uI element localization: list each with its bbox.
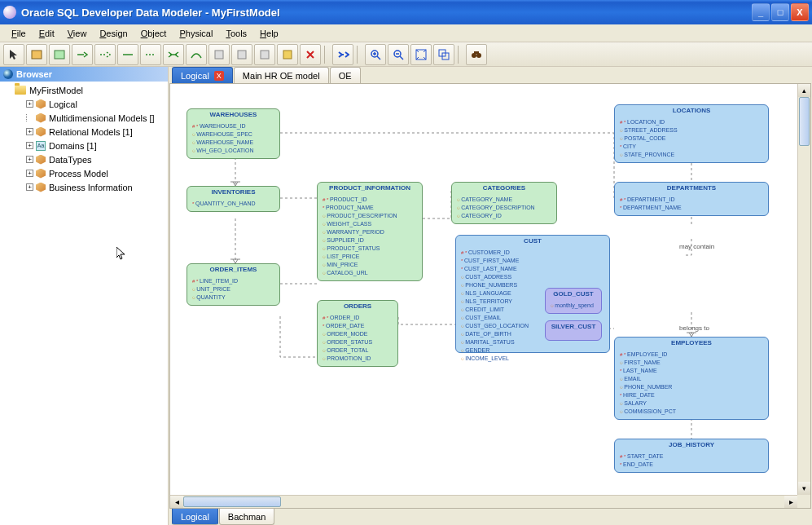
folder-icon xyxy=(15,86,26,95)
entity-attribute: PRODUCT_STATUS xyxy=(323,245,417,253)
menu-file[interactable]: File xyxy=(5,27,33,40)
entity-order-items[interactable]: ORDER_ITEMSLINE_ITEM_IDUNIT_PRICEQUANTIT… xyxy=(187,263,280,306)
entity-tool[interactable] xyxy=(26,44,47,65)
minimize-button[interactable]: _ xyxy=(752,3,770,21)
scroll-up-icon[interactable]: ▴ xyxy=(798,84,810,97)
entity-product-info[interactable]: PRODUCT_INFORMATIONPRODUCT_IDPRODUCT_NAM… xyxy=(317,182,423,281)
menu-edit[interactable]: Edit xyxy=(33,27,61,40)
close-window-button[interactable]: X xyxy=(791,3,809,21)
type-tool-1[interactable] xyxy=(208,44,230,65)
browser-sidebar: Browser MyFirstModel +Logical Multidimen… xyxy=(0,67,169,525)
entity-attribute: STATE_PROVINCE xyxy=(620,151,763,159)
entity-attribute: DEPARTMENT_NAME xyxy=(620,204,763,212)
entity-title: GOLD_CUST xyxy=(546,289,601,300)
svg-rect-5 xyxy=(283,51,292,59)
menu-physical[interactable]: Physical xyxy=(173,27,219,40)
toolbar-separator xyxy=(458,46,463,64)
expand-icon[interactable]: + xyxy=(26,183,33,191)
search-button[interactable] xyxy=(466,44,487,65)
expand-icon[interactable]: + xyxy=(26,170,33,177)
menu-object[interactable]: Object xyxy=(134,27,173,40)
fit-screen-button[interactable] xyxy=(410,44,432,65)
tree-node-multidim[interactable]: Multidimensional Models [] xyxy=(2,111,166,125)
entity-locations[interactable]: LOCATIONSLOCATION_IDSTREET_ADDRESSPOSTAL… xyxy=(614,104,769,163)
zoom-in-button[interactable] xyxy=(365,44,386,65)
expand-icon[interactable]: + xyxy=(26,156,33,163)
rel-m-n[interactable] xyxy=(163,44,184,65)
tab-notation-logical[interactable]: Logical xyxy=(172,509,218,525)
engineer-button[interactable] xyxy=(332,44,353,65)
tree-node-datatypes[interactable]: +DataTypes xyxy=(2,152,166,166)
menu-view[interactable]: View xyxy=(61,27,94,40)
entity-categories[interactable]: CATEGORIESCATEGORY_NAMECATEGORY_DESCRIPT… xyxy=(451,182,557,224)
expand-icon[interactable]: + xyxy=(26,128,33,135)
entity-attribute: QUANTITY_ON_HAND xyxy=(192,200,274,208)
titlebar[interactable]: Oracle SQL Developer Data Modeler - MyFi… xyxy=(0,0,812,24)
tab-label: Main HR OE model xyxy=(243,71,320,81)
close-tab-icon[interactable]: X xyxy=(214,71,224,81)
entity-attribute: DEPARTMENT_ID xyxy=(620,196,763,204)
rel-1-1[interactable] xyxy=(140,44,161,65)
cube-icon xyxy=(36,169,46,179)
entity-attribute: CATEGORY_NAME xyxy=(457,196,551,204)
menu-tools[interactable]: Tools xyxy=(219,27,253,40)
vertical-scrollbar[interactable]: ▴▾ xyxy=(797,84,810,495)
scroll-thumb[interactable] xyxy=(183,496,281,507)
tree-node-logical[interactable]: +Logical xyxy=(2,97,166,111)
entity-job-history[interactable]: JOB_HISTORYSTART_DATEEND_DATE xyxy=(614,439,769,473)
default-size-button[interactable] xyxy=(433,44,454,65)
notation-tabs: Logical Bachman xyxy=(169,509,812,525)
view-tool[interactable] xyxy=(49,44,70,65)
entity-attribute: SUPPLIER_ID xyxy=(323,236,417,245)
tree-label: Multidimensional Models [] xyxy=(49,113,155,123)
note-tool[interactable] xyxy=(277,44,298,65)
entity-warehouses[interactable]: WAREHOUSESWAREHOUSE_IDWAREHOUSE_SPECWARE… xyxy=(187,108,280,159)
arc-tool[interactable] xyxy=(186,44,207,65)
rel-1-n[interactable] xyxy=(94,44,116,65)
entity-orders[interactable]: ORDERSORDER_IDORDER_DATEORDER_MODEORDER_… xyxy=(317,300,398,367)
rel-1-n-id[interactable] xyxy=(72,44,93,65)
scroll-thumb[interactable] xyxy=(799,97,810,146)
entity-attribute: PHONE_NUMBER xyxy=(620,383,763,391)
horizontal-scrollbar[interactable]: ◂▸ xyxy=(170,495,797,508)
rel-1-1-id[interactable] xyxy=(117,44,138,65)
type-tool-2[interactable] xyxy=(231,44,252,65)
tab-notation-bachman[interactable]: Bachman xyxy=(219,509,274,525)
menu-help[interactable]: Help xyxy=(253,27,285,40)
tab-logical[interactable]: LogicalX xyxy=(172,67,233,83)
entity-employees[interactable]: EMPLOYEESEMPLOYEE_IDFIRST_NAMELAST_NAMEE… xyxy=(614,337,769,420)
select-tool[interactable] xyxy=(3,44,24,65)
tree-node-process[interactable]: +Process Model xyxy=(2,166,166,180)
entity-attribute: CATEGORY_DESCRIPTION xyxy=(457,204,551,212)
diagram-canvas[interactable]: WAREHOUSESWAREHOUSE_IDWAREHOUSE_SPECWARE… xyxy=(170,84,797,495)
browser-tree[interactable]: MyFirstModel +Logical Multidimensional M… xyxy=(0,82,168,196)
cube-icon xyxy=(36,183,46,192)
type-tool-3[interactable] xyxy=(254,44,275,65)
tree-node-business[interactable]: +Business Information xyxy=(2,180,166,194)
entity-title: WAREHOUSES xyxy=(187,109,279,121)
tab-oe[interactable]: OE xyxy=(330,67,361,83)
scroll-right-icon[interactable]: ▸ xyxy=(784,496,797,508)
entity-departments[interactable]: DEPARTMENTSDEPARTMENT_IDDEPARTMENT_NAME xyxy=(614,182,769,216)
delete-tool[interactable] xyxy=(300,44,321,65)
tab-main-hr-oe[interactable]: Main HR OE model xyxy=(234,67,329,83)
expand-icon[interactable]: + xyxy=(26,100,33,108)
scroll-left-icon[interactable]: ◂ xyxy=(170,496,183,508)
entity-title: INVENTORIES xyxy=(187,187,279,198)
entity-silver-cust[interactable]: SILVER_CUST xyxy=(545,320,602,341)
entity-gold-cust[interactable]: GOLD_CUSTmonthly_spend xyxy=(545,288,602,314)
scroll-down-icon[interactable]: ▾ xyxy=(798,482,810,495)
zoom-out-button[interactable] xyxy=(388,44,409,65)
maximize-button[interactable]: □ xyxy=(771,3,789,21)
entity-attribute: EMPLOYEE_ID xyxy=(620,351,763,359)
entity-attribute: monthly_spend xyxy=(551,302,596,310)
expand-icon[interactable]: + xyxy=(26,142,33,149)
entity-inventories[interactable]: INVENTORIESQUANTITY_ON_HAND xyxy=(187,186,280,212)
tree-root[interactable]: MyFirstModel xyxy=(2,83,166,97)
menu-design[interactable]: Design xyxy=(93,27,134,40)
entity-attribute: WAREHOUSE_SPEC xyxy=(192,130,274,139)
entity-attribute: CUST_FIRST_NAME xyxy=(461,257,604,265)
tree-node-domains[interactable]: +AaDomains [1] xyxy=(2,139,166,152)
tree-node-relational[interactable]: +Relational Models [1] xyxy=(2,125,166,139)
entity-attribute: PRODUCT_ID xyxy=(323,196,417,204)
